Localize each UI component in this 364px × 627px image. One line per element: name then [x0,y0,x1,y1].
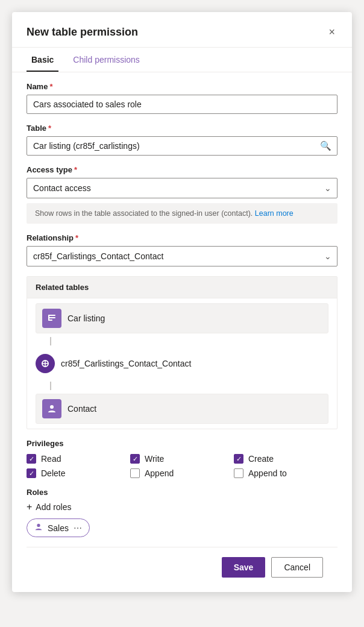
roles-list: Sales ⋯ [27,518,337,537]
privileges-title: Privileges [27,439,337,448]
save-button[interactable]: Save [222,557,266,578]
privilege-append: Append [130,468,234,478]
tab-basic[interactable]: Basic [27,48,58,72]
relationship-select[interactable]: cr85f_Carlistings_Contact_Contact [27,246,337,266]
sales-role-label: Sales [48,523,69,533]
access-type-field-group: Access type * Contact access Global acce… [27,165,337,224]
access-type-required: * [74,165,77,174]
list-item: Car listing [36,303,328,333]
close-button[interactable]: × [326,24,337,40]
svg-point-7 [50,405,54,409]
relationship-required: * [75,233,78,242]
car-listing-label: Car listing [67,314,105,323]
create-checkbox[interactable]: ✓ [234,454,243,464]
access-type-info-box: Show rows in the table associated to the… [27,203,337,224]
link-icon [36,354,55,373]
connector [36,337,328,345]
write-label: Write [145,454,164,464]
name-field-group: Name * [27,82,337,114]
relationship-label: Relationship * [27,233,337,242]
dialog-title: New table permission [27,26,138,39]
read-label: Read [41,454,61,464]
related-tables-box: Related tables Car listing [27,276,337,429]
privileges-grid: ✓ Read ✓ Write ✓ Create ✓ Delete Appe [27,454,337,478]
relationship-label-item: cr85f_Carlistings_Contact_Contact [61,359,191,368]
access-type-select-wrapper: Contact access Global access Self access… [27,178,337,198]
read-checkbox[interactable]: ✓ [27,454,36,464]
table-input[interactable] [27,136,337,156]
append-label: Append [145,468,174,478]
role-menu-button[interactable]: ⋯ [74,523,82,533]
contact-icon [42,399,61,418]
table-required: * [48,124,51,133]
relationship-select-wrapper: cr85f_Carlistings_Contact_Contact ⌄ [27,246,337,266]
name-required: * [49,82,52,91]
append-to-label: Append to [248,468,287,478]
name-input[interactable] [27,95,337,114]
related-tables-list: Car listing cr85f_Carlistings_ [27,298,337,429]
roles-title: Roles [27,488,337,497]
name-label: Name * [27,82,337,91]
privileges-section: Privileges ✓ Read ✓ Write ✓ Create ✓ Del… [27,439,337,478]
table-search-wrapper: 🔍 [27,136,337,156]
svg-point-8 [37,524,40,527]
tab-bar: Basic Child permissions [12,48,352,72]
plus-icon: + [27,502,32,512]
new-table-permission-dialog: New table permission × Basic Child permi… [12,12,352,592]
cancel-button[interactable]: Cancel [271,557,323,578]
append-to-checkbox[interactable] [234,468,243,478]
role-person-icon [34,523,43,533]
privilege-create: ✓ Create [234,454,337,464]
related-tables-header: Related tables [27,277,337,298]
connector-2 [36,382,328,390]
table-icon [42,309,61,328]
role-tag-sales: Sales ⋯ [27,518,90,537]
add-roles-button[interactable]: + Add roles [27,502,72,512]
relationship-field-group: Relationship * cr85f_Carlistings_Contact… [27,233,337,266]
roles-section: Roles + Add roles Sales ⋯ [27,488,337,537]
table-field-group: Table * 🔍 [27,124,337,156]
svg-rect-3 [48,315,49,321]
table-label: Table * [27,124,337,133]
write-checkbox[interactable]: ✓ [130,454,140,464]
tab-child-permissions[interactable]: Child permissions [68,48,144,72]
privilege-read: ✓ Read [27,454,130,464]
list-item: cr85f_Carlistings_Contact_Contact [36,349,328,378]
delete-checkbox[interactable]: ✓ [27,468,36,478]
list-item: Contact [36,394,328,424]
privilege-write: ✓ Write [130,454,234,464]
append-checkbox[interactable] [130,468,140,478]
delete-label: Delete [41,468,65,478]
dialog-header: New table permission × [12,12,352,48]
learn-more-link[interactable]: Learn more [255,209,293,218]
table-search-icon: 🔍 [320,140,331,151]
contact-label: Contact [67,404,96,414]
form-content: Name * Table * 🔍 Access type * [12,82,352,578]
privilege-append-to: Append to [234,468,337,478]
access-type-label: Access type * [27,165,337,174]
dialog-footer: Save Cancel [27,557,337,578]
privilege-delete: ✓ Delete [27,468,130,478]
access-type-select[interactable]: Contact access Global access Self access… [27,178,337,198]
footer-divider [27,547,337,547]
create-label: Create [248,454,274,464]
